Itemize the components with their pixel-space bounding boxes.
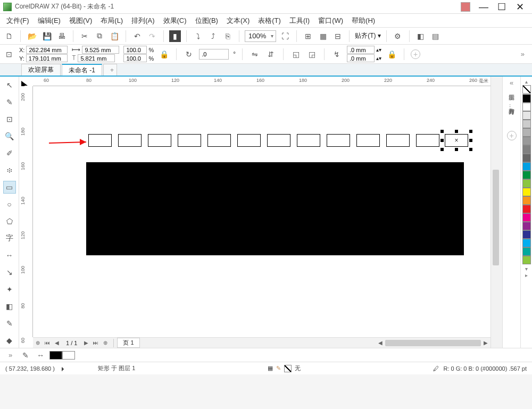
crop-tool[interactable]: ⊡ bbox=[3, 113, 16, 126]
canvas-rect[interactable] bbox=[88, 134, 112, 147]
color-swatch[interactable] bbox=[522, 145, 531, 154]
polygon-tool[interactable]: ⬠ bbox=[3, 215, 16, 228]
relative-corner-button[interactable]: ↯ bbox=[331, 48, 343, 60]
appstyle-button[interactable]: ◧ bbox=[415, 30, 427, 42]
rectangle-tool[interactable]: ▭ bbox=[3, 181, 16, 194]
canvas-rect[interactable] bbox=[416, 134, 439, 147]
lock-ratio-button[interactable]: 🔒 bbox=[158, 48, 170, 60]
color-swatch[interactable] bbox=[522, 162, 531, 171]
show-guides-button[interactable]: ⊟ bbox=[332, 30, 344, 42]
zoom-tool[interactable]: 🔍 bbox=[3, 130, 16, 143]
canvas-rect[interactable] bbox=[267, 134, 290, 147]
dropshadow-tool[interactable]: ✦ bbox=[3, 283, 16, 296]
menu-tools[interactable]: 工具(I) bbox=[287, 15, 312, 27]
color-swatch[interactable] bbox=[522, 120, 531, 128]
canvas-rect[interactable] bbox=[148, 134, 171, 147]
drawing-stage[interactable]: × bbox=[33, 86, 491, 337]
canvas-filled-rect[interactable] bbox=[86, 162, 464, 255]
outline-pen-icon[interactable]: 🖊 bbox=[433, 365, 439, 372]
menu-help[interactable]: 帮助(H) bbox=[350, 15, 377, 27]
scale-x-input[interactable] bbox=[123, 46, 147, 54]
quickbar-overflow-button[interactable]: » bbox=[4, 351, 16, 359]
color-swatch[interactable] bbox=[522, 213, 531, 222]
snapto-dropdown[interactable]: 贴齐(T) ▾ bbox=[355, 31, 381, 40]
pick-tool[interactable]: ↖ bbox=[3, 79, 16, 91]
tab-welcome[interactable]: 欢迎屏幕 bbox=[21, 64, 61, 76]
width-input[interactable] bbox=[82, 46, 119, 54]
export-button[interactable]: ⤴ bbox=[207, 30, 219, 42]
hscroll-right-button[interactable]: ▶ bbox=[481, 340, 491, 346]
publish-pdf-button[interactable]: ⎘ bbox=[222, 30, 234, 42]
color-swatch[interactable] bbox=[522, 256, 531, 264]
close-button[interactable]: ✕ bbox=[511, 2, 529, 12]
canvas-rect[interactable] bbox=[327, 134, 350, 147]
arrow-both-icon[interactable]: ↔ bbox=[35, 349, 46, 361]
show-rulers-button[interactable]: ⊞ bbox=[302, 30, 314, 42]
canvas-rect[interactable] bbox=[178, 134, 201, 147]
menu-layout[interactable]: 布局(L) bbox=[98, 15, 125, 27]
copy-button[interactable]: ⧉ bbox=[94, 30, 105, 42]
color-swatch[interactable] bbox=[522, 171, 531, 179]
menu-bitmaps[interactable]: 位图(B) bbox=[193, 15, 220, 27]
corner-type2-button[interactable]: ◲ bbox=[306, 48, 318, 60]
status-icon-1[interactable]: ▦ bbox=[268, 365, 273, 372]
color-swatch[interactable] bbox=[522, 137, 531, 145]
overflow-button[interactable]: » bbox=[517, 50, 529, 58]
vscroll-thumb[interactable] bbox=[493, 170, 499, 265]
scale-y-input[interactable] bbox=[123, 54, 147, 62]
canvas-rect[interactable] bbox=[297, 134, 320, 147]
canvas-rect[interactable] bbox=[386, 134, 410, 147]
page-tab[interactable]: 页 1 bbox=[117, 338, 139, 348]
tab-document[interactable]: 未命名 -1 bbox=[62, 64, 102, 76]
color-swatch[interactable] bbox=[522, 239, 531, 247]
color-swatch[interactable] bbox=[522, 247, 531, 256]
color-swatch[interactable] bbox=[522, 103, 531, 111]
docker-align-tab[interactable]: 对齐与分布… bbox=[508, 104, 516, 110]
menu-view[interactable]: 视图(V) bbox=[67, 15, 94, 27]
color-swatch[interactable] bbox=[522, 188, 531, 196]
nav-add-page-icon[interactable]: ⊕ bbox=[33, 340, 43, 346]
canvas-area[interactable]: 6080100120140160180200220240260 20018016… bbox=[19, 77, 491, 348]
canvas-rect[interactable] bbox=[237, 134, 261, 147]
y-input[interactable] bbox=[26, 54, 68, 62]
import-button[interactable]: ⤵ bbox=[192, 30, 204, 42]
eyedropper-icon[interactable]: ✎ bbox=[20, 349, 31, 361]
docker-collapse-icon[interactable]: « bbox=[503, 79, 520, 87]
color-swatch[interactable] bbox=[522, 230, 531, 239]
vertical-ruler[interactable]: 2001801601401201008060 bbox=[19, 86, 33, 337]
status-toggle-icon[interactable]: ⏵ bbox=[60, 365, 66, 372]
menu-arrange[interactable]: 排列(A) bbox=[129, 15, 156, 27]
interactive-fill-tool[interactable]: ◆ bbox=[3, 334, 16, 347]
color-swatch[interactable] bbox=[522, 154, 531, 162]
user-avatar-icon[interactable] bbox=[461, 2, 470, 12]
mirror-h-button[interactable]: ⇋ bbox=[249, 48, 261, 60]
menu-window[interactable]: 窗口(W) bbox=[316, 15, 345, 27]
transparency-tool[interactable]: ◧ bbox=[3, 300, 16, 313]
zoom-select[interactable]: 100% bbox=[245, 30, 276, 42]
palette-down-button[interactable]: ▾ bbox=[525, 266, 528, 272]
color-swatch[interactable] bbox=[522, 94, 531, 103]
doc-swatch-black[interactable] bbox=[49, 351, 62, 360]
canvas-rect[interactable] bbox=[207, 134, 231, 147]
ellipse-tool[interactable]: ○ bbox=[3, 198, 16, 211]
nav-first-button[interactable]: ⏮ bbox=[43, 340, 52, 346]
add-preset-button[interactable]: + bbox=[411, 49, 420, 59]
new-button[interactable]: 🗋 bbox=[3, 30, 15, 42]
height-input[interactable] bbox=[78, 54, 115, 62]
color-swatch[interactable] bbox=[522, 205, 531, 213]
eyedropper-tool[interactable]: ✎ bbox=[3, 317, 16, 330]
menu-file[interactable]: 文件(F) bbox=[4, 15, 31, 27]
maximize-button[interactable]: ☐ bbox=[493, 2, 511, 12]
menu-text[interactable]: 文本(X) bbox=[225, 15, 252, 27]
no-color-swatch[interactable] bbox=[522, 85, 531, 94]
minimize-button[interactable]: — bbox=[475, 2, 493, 12]
hscrollbar-thumb[interactable] bbox=[385, 340, 481, 346]
freehand-tool[interactable]: ✐ bbox=[3, 147, 16, 160]
shape-tool[interactable]: ✎ bbox=[3, 96, 16, 108]
tab-add-button[interactable]: + bbox=[103, 64, 117, 76]
rotation-input[interactable] bbox=[199, 49, 229, 60]
print-button[interactable]: 🖶 bbox=[56, 30, 68, 42]
artistic-media-tool[interactable]: ፨ bbox=[3, 164, 16, 177]
connector-tool[interactable]: ↘ bbox=[3, 266, 16, 279]
corner-radius-2-input[interactable] bbox=[347, 54, 375, 62]
